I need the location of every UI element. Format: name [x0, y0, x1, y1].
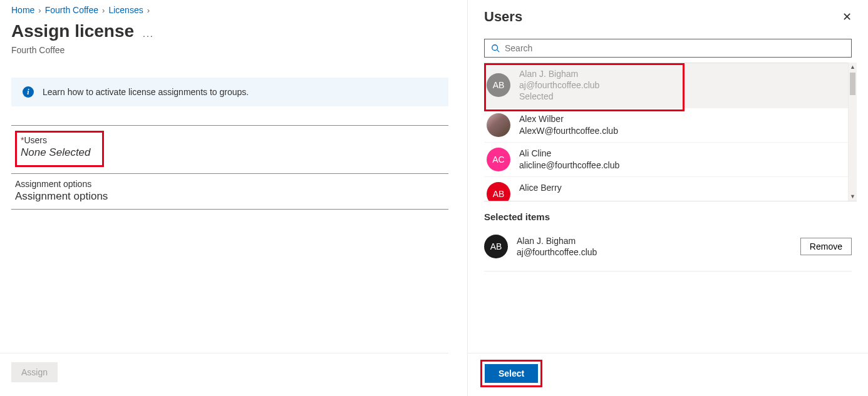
avatar: [487, 113, 510, 137]
user-name: Alice Berry: [519, 182, 562, 193]
field-users-value: None Selected: [21, 146, 98, 159]
breadcrumb: Home › Fourth Coffee › Licenses ›: [11, 1, 448, 18]
search-icon: [491, 44, 500, 53]
user-row[interactable]: AB Alice Berry: [484, 176, 848, 193]
page-subtitle: Fourth Coffee: [11, 45, 448, 55]
user-selected-state: Selected: [519, 91, 599, 102]
svg-point-0: [492, 45, 498, 51]
assign-button[interactable]: Assign: [11, 362, 58, 382]
user-row[interactable]: AC Ali Cline alicline@fourthcoffee.club: [484, 142, 848, 176]
scrollbar-thumb[interactable]: [850, 73, 855, 95]
scrollbar-down-arrow[interactable]: ▼: [849, 192, 857, 201]
avatar: AB: [484, 235, 508, 258]
user-name: Alan J. Bigham: [519, 68, 599, 79]
scrollbar-up-arrow[interactable]: ▲: [849, 63, 857, 71]
breadcrumb-home[interactable]: Home: [11, 5, 34, 15]
field-options-label: Assignment options: [15, 179, 445, 189]
breadcrumb-licenses[interactable]: Licenses: [108, 5, 143, 15]
selected-items-header: Selected items: [468, 201, 868, 223]
info-icon: i: [23, 86, 34, 98]
search-input-wrap[interactable]: [484, 39, 852, 58]
scrollbar[interactable]: ▲ ▼: [848, 63, 857, 201]
field-options-value: Assignment options: [15, 190, 445, 203]
user-name: Ali Cline: [519, 148, 619, 159]
breadcrumb-fourth-coffee[interactable]: Fourth Coffee: [45, 5, 98, 15]
selected-email: aj@fourthcoffee.club: [517, 246, 800, 258]
user-row[interactable]: AB Alan J. Bigham aj@fourthcoffee.club S…: [484, 63, 848, 108]
field-users-label: *Users: [21, 135, 98, 145]
users-panel: Users ✕ AB Alan J. Bigham aj@fourthcoffe…: [467, 0, 868, 396]
info-banner: i Learn how to activate license assignme…: [11, 78, 448, 106]
close-icon[interactable]: ✕: [842, 10, 852, 24]
selected-name: Alan J. Bigham: [517, 235, 800, 246]
avatar: AB: [487, 73, 510, 97]
field-users[interactable]: *Users None Selected: [11, 126, 448, 174]
panel-title: Users: [484, 9, 522, 25]
search-input[interactable]: [505, 43, 845, 53]
chevron-right-icon: ›: [38, 6, 41, 15]
user-list: AB Alan J. Bigham aj@fourthcoffee.club S…: [484, 63, 848, 201]
field-assignment-options[interactable]: Assignment options Assignment options: [11, 174, 448, 210]
avatar: AB: [487, 182, 510, 201]
user-email: alicline@fourthcoffee.club: [519, 160, 619, 171]
chevron-right-icon: ›: [147, 6, 150, 15]
info-banner-text: Learn how to activate license assignment…: [43, 87, 249, 97]
chevron-right-icon: ›: [102, 6, 105, 15]
select-button[interactable]: Select: [485, 364, 538, 383]
svg-line-1: [497, 50, 500, 53]
selected-item-row: AB Alan J. Bigham aj@fourthcoffee.club R…: [484, 230, 852, 272]
selected-items-list: AB Alan J. Bigham aj@fourthcoffee.club R…: [468, 223, 868, 272]
user-name: Alex Wilber: [519, 113, 618, 124]
remove-button[interactable]: Remove: [800, 238, 852, 255]
user-email: AlexW@fourthcoffee.club: [519, 125, 618, 136]
page-title: Assign license: [11, 21, 134, 41]
user-row[interactable]: Alex Wilber AlexW@fourthcoffee.club: [484, 108, 848, 142]
user-email: aj@fourthcoffee.club: [519, 79, 599, 91]
avatar: AC: [487, 148, 510, 171]
more-menu-button[interactable]: ...: [143, 24, 154, 39]
